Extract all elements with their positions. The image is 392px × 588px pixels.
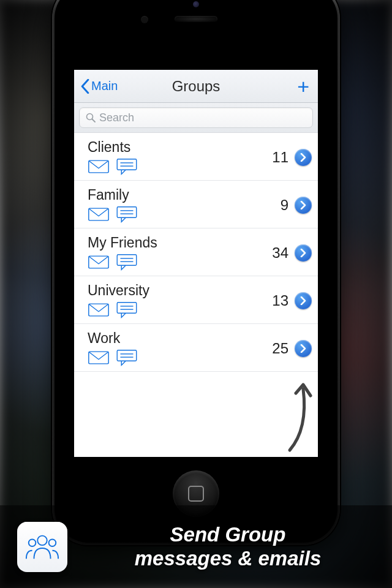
groups-list: Clients 11 Family <box>74 133 318 372</box>
list-item[interactable]: Work 25 <box>74 324 318 372</box>
disclosure-button[interactable] <box>295 292 312 309</box>
svg-point-24 <box>49 539 56 546</box>
mail-icon[interactable] <box>88 206 110 223</box>
phone-speaker <box>175 16 217 22</box>
message-icon[interactable] <box>116 349 138 366</box>
svg-rect-6 <box>89 208 108 221</box>
phone-sensor <box>141 16 148 23</box>
phone-camera <box>193 1 199 7</box>
back-label: Main <box>91 79 118 93</box>
svg-rect-19 <box>117 350 137 361</box>
svg-rect-3 <box>117 159 137 170</box>
svg-rect-18 <box>89 352 108 364</box>
app-icon <box>17 522 67 572</box>
svg-rect-2 <box>89 160 108 173</box>
group-count: 11 <box>264 149 288 166</box>
chevron-right-icon <box>300 344 306 353</box>
svg-point-22 <box>37 535 47 545</box>
arrow-annotation-icon <box>265 380 314 453</box>
disclosure-button[interactable] <box>295 149 312 166</box>
list-item[interactable]: Family 9 <box>74 181 318 228</box>
list-item[interactable]: Clients 11 <box>74 133 318 181</box>
svg-rect-15 <box>117 303 137 314</box>
list-item[interactable]: University 13 <box>74 276 318 324</box>
svg-rect-10 <box>89 256 108 268</box>
searchbar-container: Search <box>74 103 318 133</box>
mail-icon[interactable] <box>88 158 110 175</box>
svg-point-23 <box>29 539 36 546</box>
list-item[interactable]: My Friends 34 <box>74 228 318 276</box>
add-button[interactable]: + <box>297 76 312 97</box>
mail-icon[interactable] <box>88 349 110 366</box>
chevron-right-icon <box>300 201 306 209</box>
group-name: Clients <box>88 139 258 156</box>
promo-text: Send Group messages & emails <box>81 523 375 571</box>
group-name: My Friends <box>88 235 258 251</box>
search-icon <box>86 113 96 123</box>
disclosure-button[interactable] <box>295 197 312 214</box>
group-name: Family <box>88 187 258 203</box>
svg-rect-11 <box>117 255 137 266</box>
chevron-right-icon <box>300 249 306 257</box>
phone-screen: Main Groups + Search Clients <box>74 70 318 457</box>
search-input[interactable]: Search <box>79 107 313 128</box>
group-count: 25 <box>264 340 288 357</box>
message-icon[interactable] <box>116 206 138 223</box>
chevron-right-icon <box>300 153 306 162</box>
group-people-icon <box>24 532 60 562</box>
message-icon[interactable] <box>116 301 138 318</box>
group-count: 13 <box>264 292 288 309</box>
chevron-right-icon <box>300 296 306 305</box>
svg-line-1 <box>92 119 96 123</box>
group-name: University <box>88 282 258 299</box>
navbar: Main Groups + <box>74 70 318 103</box>
message-icon[interactable] <box>116 254 138 271</box>
search-placeholder: Search <box>99 111 134 124</box>
svg-rect-14 <box>89 304 108 316</box>
group-name: Work <box>88 330 258 347</box>
back-button[interactable]: Main <box>80 79 118 94</box>
svg-rect-7 <box>117 207 137 218</box>
group-count: 9 <box>264 197 288 214</box>
promo-caption: Send Group messages & emails <box>0 505 392 588</box>
mail-icon[interactable] <box>88 254 110 271</box>
phone-frame: Main Groups + Search Clients <box>52 0 340 545</box>
disclosure-button[interactable] <box>295 340 312 357</box>
group-count: 34 <box>264 244 288 262</box>
chevron-left-icon <box>80 79 90 94</box>
disclosure-button[interactable] <box>295 244 312 262</box>
message-icon[interactable] <box>116 158 138 175</box>
mail-icon[interactable] <box>88 301 110 318</box>
